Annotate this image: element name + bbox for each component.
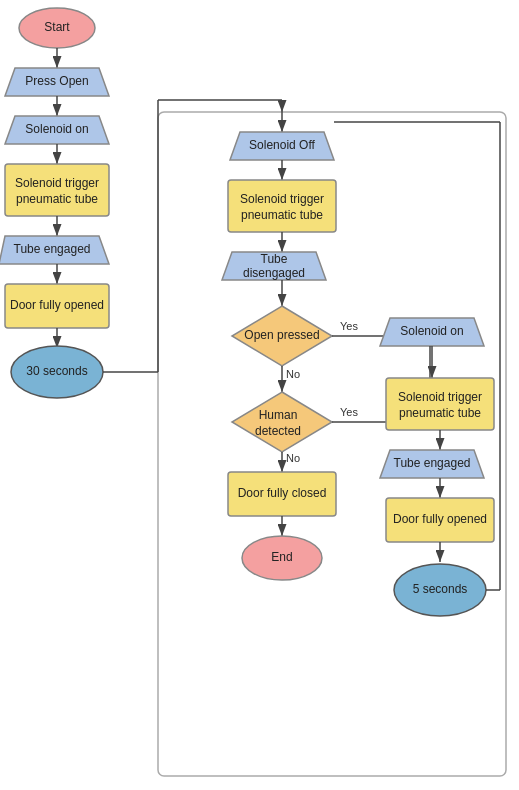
svg-text:pneumatic tube: pneumatic tube xyxy=(241,208,323,222)
door-fully-opened-2-label: Door fully opened xyxy=(393,512,487,526)
timer-30-label: 30 seconds xyxy=(26,364,87,378)
human-detected-label: Human xyxy=(259,408,298,422)
timer-5-label: 5 seconds xyxy=(413,582,468,596)
svg-text:detected: detected xyxy=(255,424,301,438)
open-pressed-label: Open pressed xyxy=(244,328,319,342)
solenoid-on-1-label: Solenoid on xyxy=(25,122,88,136)
no-label-2: No xyxy=(286,452,300,464)
door-fully-opened-1-label: Door fully opened xyxy=(10,298,104,312)
yes-label-2: Yes xyxy=(340,406,358,418)
start-label: Start xyxy=(44,20,70,34)
no-label-1: No xyxy=(286,368,300,380)
solenoid-trigger-2-label: Solenoid trigger xyxy=(240,192,324,206)
svg-text:pneumatic tube: pneumatic tube xyxy=(399,406,481,420)
end-label: End xyxy=(271,550,292,564)
svg-text:disengaged: disengaged xyxy=(243,266,305,280)
svg-text:pneumatic tube: pneumatic tube xyxy=(16,192,98,206)
door-fully-closed-label: Door fully closed xyxy=(238,486,327,500)
solenoid-on-2-label: Solenoid on xyxy=(400,324,463,338)
tube-disengaged-label: Tube xyxy=(261,252,288,266)
tube-engaged-1-label: Tube engaged xyxy=(14,242,91,256)
solenoid-trigger-3-label: Solenoid trigger xyxy=(398,390,482,404)
tube-engaged-2-label: Tube engaged xyxy=(394,456,471,470)
press-open-label: Press Open xyxy=(25,74,88,88)
yes-label-1: Yes xyxy=(340,320,358,332)
solenoid-off-label: Solenoid Off xyxy=(249,138,315,152)
solenoid-trigger-1-label: Solenoid trigger xyxy=(15,176,99,190)
